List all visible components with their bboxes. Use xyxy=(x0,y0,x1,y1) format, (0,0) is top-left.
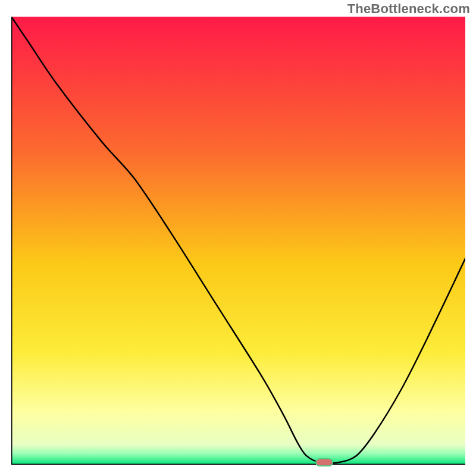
chart-svg xyxy=(11,17,465,465)
plot-area xyxy=(11,17,465,465)
watermark-text: TheBottleneck.com xyxy=(347,1,470,17)
marker-fill xyxy=(317,459,332,465)
chart-container: TheBottleneck.com xyxy=(0,0,476,476)
optimal-point-marker xyxy=(315,458,333,466)
